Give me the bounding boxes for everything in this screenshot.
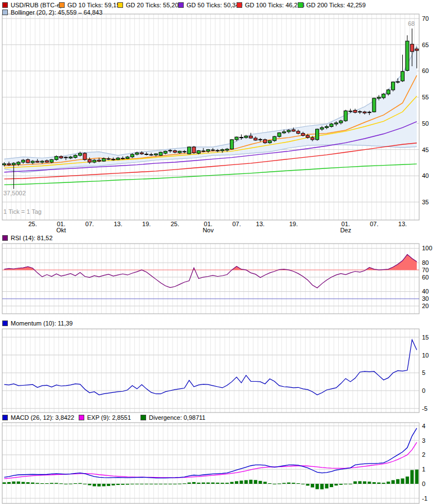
divergence-bar (69, 484, 72, 484)
svg-text:40: 40 (422, 172, 429, 179)
divergence-bar (36, 483, 39, 484)
candle-body (3, 164, 6, 165)
bollinger-label: Bollinger (20, 2): 45,559 – 64,843 (11, 9, 102, 16)
legend-item-exp: EXP (9): 2,8551 (79, 414, 131, 421)
gd10-label: GD 10 Ticks: 59,15 (67, 2, 120, 8)
gd20-label: GD 20 Ticks: 55,201 (126, 2, 182, 8)
divergence-bar (382, 483, 385, 484)
divergence-bar (178, 484, 181, 484)
svg-text:70: 70 (422, 267, 429, 273)
divergence-bar (79, 483, 82, 484)
candle-body (55, 157, 58, 160)
divergence-bar (325, 484, 328, 488)
svg-text:25.: 25. (28, 221, 37, 227)
svg-text:0: 0 (422, 480, 425, 487)
divergence-bar (258, 481, 262, 484)
candle-body (192, 147, 196, 153)
doji-candle (367, 112, 371, 113)
candle-body (268, 141, 271, 143)
doji-candle (144, 154, 148, 155)
divergence-bar (50, 483, 53, 484)
candle-body (278, 133, 281, 137)
chart-canvas[interactable]: 706560555045403525.01.07.13.19.25.01.07.… (0, 0, 445, 504)
candle-body (26, 159, 30, 163)
candle-body (116, 158, 120, 160)
divergence-bar (197, 483, 201, 484)
svg-text:07.: 07. (85, 221, 94, 227)
candle-body (292, 130, 295, 131)
rsi-panel[interactable]: 100806040207030 (2, 244, 432, 314)
svg-text:80: 80 (422, 259, 429, 266)
divergence-bar (216, 483, 219, 484)
low-price-marker: 37,5002 (3, 190, 26, 196)
candle-body (21, 160, 25, 162)
divergence-bar (17, 482, 20, 484)
candle-body (306, 135, 310, 138)
divergence-bar (102, 484, 106, 486)
divergence-bar (301, 484, 305, 484)
svg-text:3: 3 (422, 437, 425, 444)
macd-panel[interactable]: 43210-1 (2, 423, 428, 503)
svg-text:07.: 07. (232, 221, 240, 227)
svg-text:4: 4 (422, 423, 425, 429)
divergence-bar (396, 479, 399, 484)
doji-candle (239, 137, 243, 138)
candle-body (373, 98, 376, 112)
divergence-bar (121, 484, 125, 485)
legend-item-divergence: Divergence: 0,98711 (140, 414, 206, 421)
divergence-bar (149, 484, 153, 484)
svg-text:40: 40 (422, 288, 429, 295)
svg-text:20: 20 (422, 303, 429, 309)
divergence-bar (192, 482, 196, 484)
candle-body (130, 154, 134, 157)
doji-candle (216, 150, 220, 151)
doji-candle (111, 159, 115, 160)
candle-body (40, 161, 44, 162)
candle-body (36, 161, 39, 162)
candle-body (79, 153, 82, 155)
candle-body (45, 161, 48, 162)
candle-body (353, 110, 357, 112)
candle-body (7, 164, 11, 165)
svg-text:70: 70 (422, 15, 429, 22)
candle-body (344, 111, 347, 121)
candle-body (282, 132, 285, 133)
gd50-label: GD 50 Ticks: 50,349 (187, 2, 243, 8)
price-chart-panel[interactable]: 706560555045403525.01.07.13.19.25.01.07.… (2, 14, 429, 233)
momentum-panel[interactable]: 151050-5 (2, 329, 429, 413)
candle-body (178, 151, 181, 153)
divergence-bar (358, 481, 362, 484)
divergence-bar (235, 481, 238, 484)
divergence-bar (273, 484, 276, 484)
doji-candle (107, 158, 111, 159)
divergence-bar (415, 470, 419, 484)
divergence-bar (344, 484, 347, 484)
instrument-label: USD/RUB (BTC-e) (11, 2, 62, 8)
macd-swatch (2, 415, 8, 420)
divergence-bar (173, 484, 176, 484)
svg-text:45: 45 (422, 146, 429, 153)
gd20-swatch (117, 2, 123, 8)
candle-body (206, 150, 210, 152)
candle-body (410, 44, 414, 52)
divergence-bar (26, 482, 30, 484)
svg-text:19.: 19. (289, 221, 298, 227)
candle-body (235, 137, 238, 140)
divergence-bar (320, 484, 324, 489)
rsi-label: RSI (14): 81,52 (11, 235, 53, 241)
legend-item-gd50: GD 50 Ticks: 50,349 (178, 2, 243, 8)
instrument-swatch (2, 2, 8, 8)
divergence-bar (145, 484, 148, 484)
doji-candle (201, 150, 205, 152)
rsi-swatch (2, 235, 8, 241)
divergence-bar (363, 482, 366, 484)
divergence-bar (297, 483, 300, 484)
divergence-bar (112, 484, 115, 485)
divergence-bar (206, 483, 210, 484)
svg-text:13.: 13. (256, 221, 265, 227)
legend-item-gd20: GD 20 Ticks: 55,201 (117, 2, 182, 8)
candle-body (126, 157, 129, 159)
divergence-swatch (140, 415, 146, 420)
divergence-bar (249, 480, 252, 484)
divergence-bar (7, 482, 11, 484)
